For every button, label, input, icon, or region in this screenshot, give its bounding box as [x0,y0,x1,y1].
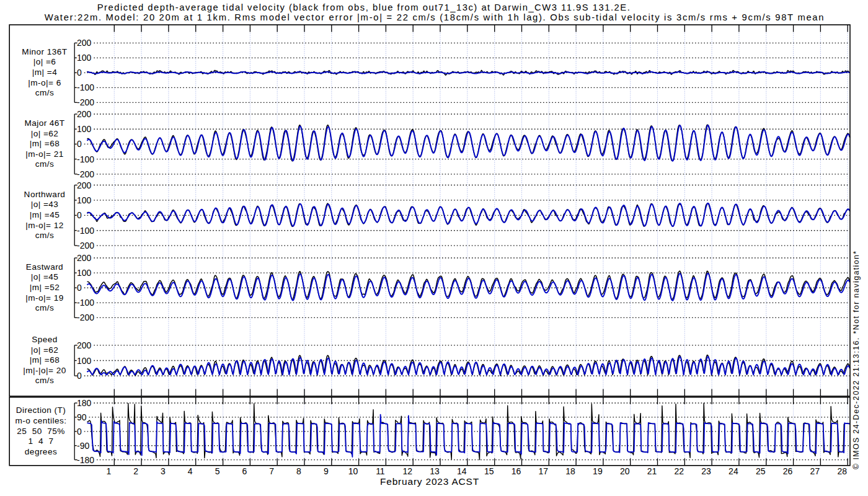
svg-text:6: 6 [242,466,247,476]
svg-text:-100: -100 [77,82,94,92]
svg-text:© IMOS 24-Dec-2022 21:13:16. *: © IMOS 24-Dec-2022 21:13:16. *Not for na… [852,250,861,469]
svg-text:9: 9 [324,466,329,476]
svg-text:200: 200 [77,340,92,350]
svg-text:100: 100 [77,124,92,134]
svg-text:|o| =45: |o| =45 [31,272,59,281]
svg-text:0: 0 [77,210,82,220]
svg-text:5: 5 [215,466,220,476]
svg-text:cm/s: cm/s [35,231,55,240]
svg-text:|o| =62: |o| =62 [31,129,59,138]
svg-text:0: 0 [77,371,82,381]
svg-text:3: 3 [161,466,166,476]
svg-text:0: 0 [77,139,82,149]
svg-text:26: 26 [783,466,793,476]
svg-text:-200: -200 [77,97,94,107]
svg-text:2: 2 [133,466,138,476]
svg-text:-100: -100 [77,226,94,236]
svg-text:Direction (T): Direction (T) [16,405,66,415]
svg-text:22: 22 [675,466,684,476]
svg-text:Eastward: Eastward [26,262,63,272]
svg-text:Predicted depth-average tidal: Predicted depth-average tidal velocity (… [97,2,631,12]
svg-text:1: 1 [106,466,111,476]
svg-text:21: 21 [647,466,657,476]
svg-text:|m-o|= 21: |m-o|= 21 [25,149,63,159]
svg-text:cm/s: cm/s [35,376,55,385]
svg-text:-200: -200 [77,312,94,322]
svg-text:m-o centiles:: m-o centiles: [16,416,67,425]
svg-text:24: 24 [728,466,738,476]
svg-text:200: 200 [77,109,92,119]
svg-text:|o| =6: |o| =6 [33,57,56,66]
svg-text:11: 11 [376,466,385,476]
svg-text:|m-o|= 19: |m-o|= 19 [25,293,63,303]
svg-text:18: 18 [565,466,575,476]
svg-text:27: 27 [810,466,820,476]
svg-text:100: 100 [77,53,92,63]
svg-text:14: 14 [457,466,467,476]
svg-text:|m| =45: |m| =45 [30,210,60,219]
svg-text:|o| =62: |o| =62 [31,345,59,355]
svg-text:Water:22m. Model: 20 20m at 1: Water:22m. Model: 20 20m at 1 1km. Rms m… [45,12,825,22]
svg-text:12: 12 [402,466,412,476]
svg-text:16: 16 [512,466,521,476]
svg-text:degrees: degrees [25,447,57,456]
svg-text:0: 0 [77,68,82,78]
svg-text:13: 13 [430,466,440,476]
svg-text:-100: -100 [77,154,94,164]
svg-text:10: 10 [348,466,358,476]
svg-text:100: 100 [77,356,92,366]
svg-text:23: 23 [701,466,711,476]
svg-text:28: 28 [837,466,847,476]
svg-text:Minor 136T: Minor 136T [22,47,67,56]
svg-text:200: 200 [77,253,92,263]
svg-text:25 50 75%: 25 50 75% [17,427,65,436]
svg-text:|m| =68: |m| =68 [30,139,60,148]
svg-text:Major 46T: Major 46T [24,118,64,128]
svg-text:180: 180 [77,398,92,408]
svg-text:1 4 7: 1 4 7 [29,436,54,446]
svg-text:0: 0 [77,427,82,436]
svg-text:Northward: Northward [24,190,66,199]
svg-text:-200: -200 [77,169,94,179]
svg-text:7: 7 [269,466,274,476]
svg-text:4: 4 [188,466,193,476]
svg-text:0: 0 [77,283,82,293]
svg-text:15: 15 [484,466,494,476]
svg-text:200: 200 [77,180,92,190]
svg-text:-100: -100 [77,298,94,308]
svg-text:100: 100 [77,195,92,205]
svg-text:25: 25 [756,466,766,476]
svg-text:|o| =43: |o| =43 [31,200,59,209]
svg-text:20: 20 [620,466,630,476]
svg-text:17: 17 [539,466,549,476]
svg-text:|m| =68: |m| =68 [30,355,60,365]
svg-text:-90: -90 [77,441,89,451]
svg-text:-200: -200 [77,241,94,250]
svg-text:cm/s: cm/s [35,88,55,97]
svg-text:90: 90 [77,412,87,422]
svg-text:8: 8 [296,466,301,476]
svg-text:February 2023 ACST: February 2023 ACST [380,476,479,487]
svg-text:100: 100 [77,268,92,278]
svg-text:Speed: Speed [32,335,58,344]
svg-text:|m-o|= 12: |m-o|= 12 [25,221,63,230]
svg-text:cm/s: cm/s [35,303,55,312]
svg-text:-180: -180 [77,455,94,465]
svg-text:19: 19 [593,466,603,476]
svg-text:|m| =52: |m| =52 [30,283,60,292]
svg-text:|m|-|o|= 20: |m|-|o|= 20 [23,366,66,375]
svg-text:200: 200 [77,38,92,48]
svg-text:|m| =4: |m| =4 [32,68,57,77]
svg-text:|m-o|= 6: |m-o|= 6 [28,78,61,87]
svg-text:cm/s: cm/s [35,159,55,169]
